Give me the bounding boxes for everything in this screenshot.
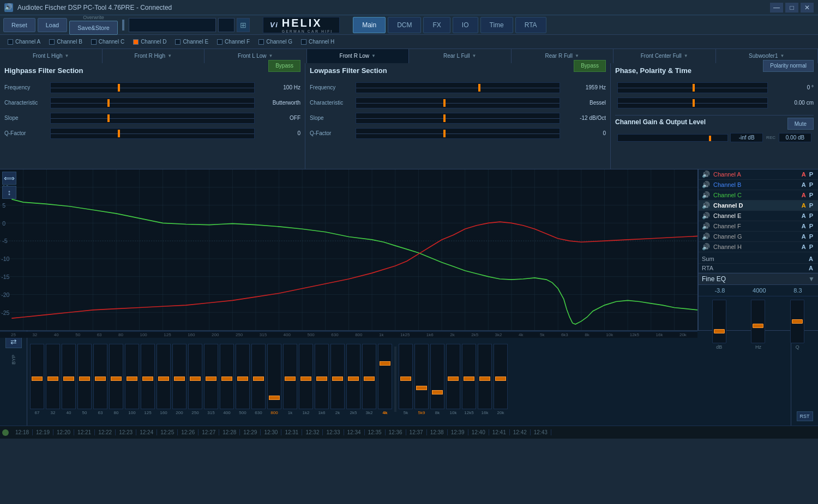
eq-track-1k[interactable] — [283, 344, 297, 409]
eq-thumb-63[interactable] — [95, 377, 106, 381]
hp-slope-slider[interactable] — [50, 113, 255, 124]
sidebar-ch-h-p[interactable]: P — [808, 244, 815, 250]
preset-name-input[interactable]: M2-06052021-1449 — [129, 18, 216, 32]
eq-track-1k6[interactable] — [315, 344, 329, 409]
sidebar-ch-e-p[interactable]: P — [808, 212, 815, 219]
hp-q-thumb[interactable] — [118, 130, 120, 137]
lp-q-slider[interactable] — [356, 128, 560, 139]
nav-dcm-button[interactable]: DCM — [388, 17, 421, 33]
eq-thumb-32[interactable] — [47, 377, 58, 381]
polarity-button[interactable]: Polarity normal — [763, 60, 814, 72]
eq-thumb-12k5[interactable] — [464, 377, 474, 381]
sound-icon-e[interactable]: 🔊 — [702, 212, 710, 220]
ch-front-l-high[interactable]: Front L High ▼ — [0, 49, 103, 63]
channel-d-check[interactable]: Channel D — [129, 39, 171, 45]
sidebar-ch-c-active[interactable]: A — [800, 192, 808, 198]
channel-h-check[interactable]: Channel H — [297, 39, 339, 45]
channel-c-check[interactable]: Channel C — [87, 39, 129, 45]
channel-c-checkbox[interactable] — [91, 39, 97, 45]
nav-fx-button[interactable]: FX — [423, 17, 450, 33]
hp-freq-slider[interactable] — [50, 82, 255, 93]
fine-eq-hz-track[interactable] — [751, 300, 765, 343]
channel-e-checkbox[interactable] — [175, 39, 181, 45]
channel-f-checkbox[interactable] — [217, 39, 222, 45]
eq-thumb-5k[interactable] — [400, 377, 411, 381]
fine-eq-db-thumb[interactable] — [714, 329, 725, 333]
ch-front-r-low[interactable]: Front R Low ▼ — [307, 49, 410, 63]
eq-track-1k2[interactable] — [299, 344, 313, 409]
sidebar-ch-a-active[interactable]: A — [800, 171, 808, 178]
eq-track-250[interactable] — [188, 344, 202, 409]
lp-slope-thumb[interactable] — [443, 114, 446, 122]
eq-thumb-125[interactable] — [142, 377, 153, 381]
sound-icon-d[interactable]: 🔊 — [702, 202, 710, 209]
eq-thumb-8k[interactable] — [432, 390, 443, 394]
sidebar-ch-h-active[interactable]: A — [800, 244, 808, 250]
sound-icon-c[interactable]: 🔊 — [702, 191, 710, 199]
sidebar-sum-a[interactable]: A — [807, 256, 815, 262]
eq-track-400[interactable] — [220, 344, 234, 409]
gain-slider[interactable] — [617, 134, 728, 142]
eq-track-800[interactable] — [267, 344, 281, 409]
sidebar-ch-b-p[interactable]: P — [808, 181, 815, 188]
eq-track-40[interactable] — [62, 344, 76, 409]
time-slider[interactable] — [617, 98, 768, 108]
hp-freq-thumb[interactable] — [118, 84, 120, 92]
eq-rst-button[interactable]: RST — [797, 411, 813, 421]
hp-char-slider[interactable] — [50, 98, 255, 108]
lp-freq-thumb[interactable] — [478, 84, 480, 92]
eq-thumb-80[interactable] — [111, 377, 122, 381]
eq-track-500[interactable] — [236, 344, 250, 409]
eq-thumb-250[interactable] — [190, 377, 201, 381]
eq-thumb-2k5[interactable] — [348, 377, 359, 381]
eq-track-125[interactable] — [141, 344, 155, 409]
phase-thumb[interactable] — [693, 84, 695, 92]
channel-e-check[interactable]: Channel E — [171, 39, 213, 45]
gain-thumb[interactable] — [709, 136, 711, 141]
eq-thumb-200[interactable] — [174, 377, 185, 381]
channel-a-checkbox[interactable] — [8, 39, 13, 45]
hp-q-slider[interactable] — [50, 128, 255, 139]
mute-button[interactable]: Mute — [787, 118, 814, 130]
zoom-y-button[interactable]: ↕ — [2, 186, 16, 199]
eq-track-5k[interactable] — [399, 344, 413, 409]
eq-track-50[interactable] — [77, 344, 92, 409]
sidebar-ch-d-p[interactable]: P — [808, 202, 815, 209]
save-store-button[interactable]: Save&Store — [69, 21, 118, 35]
eq-thumb-5k9[interactable] — [416, 386, 427, 390]
lp-char-slider[interactable] — [356, 98, 560, 108]
channel-g-checkbox[interactable] — [258, 39, 264, 45]
eq-thumb-100[interactable] — [127, 377, 137, 381]
sidebar-ch-a-p[interactable]: P — [808, 171, 815, 178]
eq-track-315[interactable] — [204, 344, 218, 409]
nav-rta-button[interactable]: RTA — [515, 17, 546, 33]
lp-slope-slider[interactable] — [356, 113, 560, 124]
nav-time-button[interactable]: Time — [480, 17, 513, 33]
fine-eq-q-thumb[interactable] — [792, 319, 803, 324]
eq-track-3k2[interactable] — [362, 344, 376, 409]
channel-g-check[interactable]: Channel G — [254, 39, 297, 45]
channel-h-checkbox[interactable] — [301, 39, 306, 45]
eq-thumb-16k[interactable] — [479, 377, 490, 381]
channel-b-checkbox[interactable] — [49, 39, 55, 45]
eq-thumb-160[interactable] — [158, 377, 169, 381]
maximize-button[interactable]: □ — [785, 3, 798, 13]
channel-d-checkbox[interactable] — [133, 39, 139, 45]
reset-button[interactable]: Reset — [3, 18, 35, 32]
eq-track-630[interactable] — [251, 344, 266, 409]
sound-icon-h[interactable]: 🔊 — [702, 243, 710, 251]
time-thumb[interactable] — [693, 99, 695, 107]
eq-thumb-40[interactable] — [63, 377, 74, 381]
eq-track-200[interactable] — [172, 344, 187, 409]
hp-slope-thumb[interactable] — [107, 114, 110, 122]
eq-track-5k9[interactable] — [414, 344, 429, 409]
eq-thumb-4k[interactable] — [380, 361, 390, 366]
nav-main-button[interactable]: Main — [353, 17, 386, 33]
eq-track-160[interactable] — [157, 344, 171, 409]
sidebar-ch-e-active[interactable]: A — [800, 212, 808, 219]
lp-char-thumb[interactable] — [443, 99, 446, 107]
lp-q-thumb[interactable] — [443, 130, 446, 137]
eq-track-4k[interactable] — [378, 344, 392, 409]
minimize-button[interactable]: — — [770, 3, 783, 13]
sidebar-ch-g-active[interactable]: A — [800, 233, 808, 240]
